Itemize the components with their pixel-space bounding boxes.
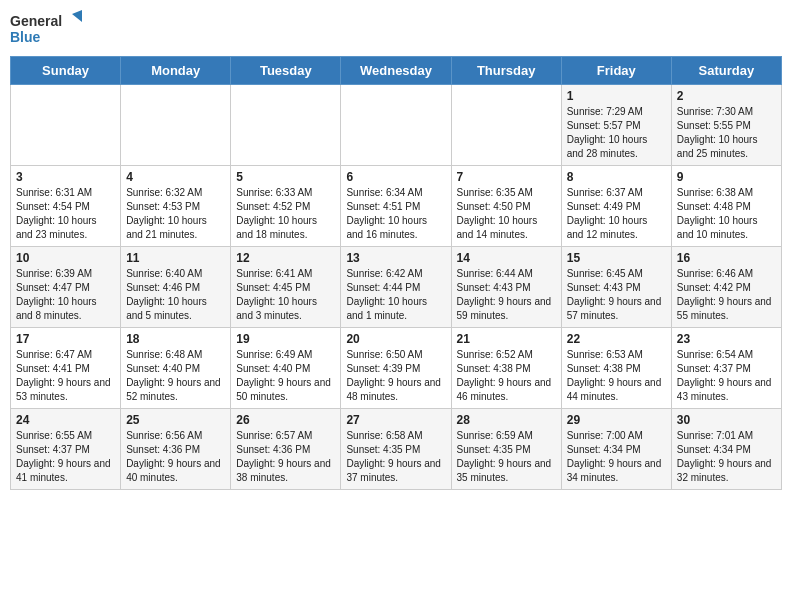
week-row-5: 24Sunrise: 6:55 AMSunset: 4:37 PMDayligh… [11, 409, 782, 490]
day-number: 19 [236, 332, 335, 346]
week-row-4: 17Sunrise: 6:47 AMSunset: 4:41 PMDayligh… [11, 328, 782, 409]
day-number: 28 [457, 413, 556, 427]
day-number: 17 [16, 332, 115, 346]
day-number: 16 [677, 251, 776, 265]
day-cell: 28Sunrise: 6:59 AMSunset: 4:35 PMDayligh… [451, 409, 561, 490]
day-detail: Sunrise: 7:00 AMSunset: 4:34 PMDaylight:… [567, 429, 666, 485]
day-number: 7 [457, 170, 556, 184]
header-day-thursday: Thursday [451, 57, 561, 85]
day-detail: Sunrise: 6:55 AMSunset: 4:37 PMDaylight:… [16, 429, 115, 485]
day-number: 2 [677, 89, 776, 103]
day-number: 5 [236, 170, 335, 184]
header-row: SundayMondayTuesdayWednesdayThursdayFrid… [11, 57, 782, 85]
day-detail: Sunrise: 6:37 AMSunset: 4:49 PMDaylight:… [567, 186, 666, 242]
day-cell: 14Sunrise: 6:44 AMSunset: 4:43 PMDayligh… [451, 247, 561, 328]
day-cell: 10Sunrise: 6:39 AMSunset: 4:47 PMDayligh… [11, 247, 121, 328]
day-cell: 22Sunrise: 6:53 AMSunset: 4:38 PMDayligh… [561, 328, 671, 409]
day-detail: Sunrise: 6:33 AMSunset: 4:52 PMDaylight:… [236, 186, 335, 242]
day-number: 21 [457, 332, 556, 346]
day-number: 9 [677, 170, 776, 184]
day-number: 8 [567, 170, 666, 184]
header-day-tuesday: Tuesday [231, 57, 341, 85]
day-detail: Sunrise: 6:54 AMSunset: 4:37 PMDaylight:… [677, 348, 776, 404]
day-cell: 12Sunrise: 6:41 AMSunset: 4:45 PMDayligh… [231, 247, 341, 328]
day-detail: Sunrise: 6:58 AMSunset: 4:35 PMDaylight:… [346, 429, 445, 485]
day-number: 25 [126, 413, 225, 427]
day-detail: Sunrise: 7:29 AMSunset: 5:57 PMDaylight:… [567, 105, 666, 161]
day-cell [121, 85, 231, 166]
day-detail: Sunrise: 7:30 AMSunset: 5:55 PMDaylight:… [677, 105, 776, 161]
day-cell: 21Sunrise: 6:52 AMSunset: 4:38 PMDayligh… [451, 328, 561, 409]
day-detail: Sunrise: 6:57 AMSunset: 4:36 PMDaylight:… [236, 429, 335, 485]
day-detail: Sunrise: 6:32 AMSunset: 4:53 PMDaylight:… [126, 186, 225, 242]
day-cell: 13Sunrise: 6:42 AMSunset: 4:44 PMDayligh… [341, 247, 451, 328]
day-detail: Sunrise: 6:50 AMSunset: 4:39 PMDaylight:… [346, 348, 445, 404]
header-day-wednesday: Wednesday [341, 57, 451, 85]
day-detail: Sunrise: 6:49 AMSunset: 4:40 PMDaylight:… [236, 348, 335, 404]
day-number: 3 [16, 170, 115, 184]
day-cell: 1Sunrise: 7:29 AMSunset: 5:57 PMDaylight… [561, 85, 671, 166]
header-day-friday: Friday [561, 57, 671, 85]
day-cell: 8Sunrise: 6:37 AMSunset: 4:49 PMDaylight… [561, 166, 671, 247]
week-row-2: 3Sunrise: 6:31 AMSunset: 4:54 PMDaylight… [11, 166, 782, 247]
day-number: 4 [126, 170, 225, 184]
day-cell: 27Sunrise: 6:58 AMSunset: 4:35 PMDayligh… [341, 409, 451, 490]
day-cell: 5Sunrise: 6:33 AMSunset: 4:52 PMDaylight… [231, 166, 341, 247]
day-detail: Sunrise: 6:31 AMSunset: 4:54 PMDaylight:… [16, 186, 115, 242]
day-number: 20 [346, 332, 445, 346]
week-row-1: 1Sunrise: 7:29 AMSunset: 5:57 PMDaylight… [11, 85, 782, 166]
week-row-3: 10Sunrise: 6:39 AMSunset: 4:47 PMDayligh… [11, 247, 782, 328]
day-number: 23 [677, 332, 776, 346]
day-cell: 26Sunrise: 6:57 AMSunset: 4:36 PMDayligh… [231, 409, 341, 490]
day-cell: 16Sunrise: 6:46 AMSunset: 4:42 PMDayligh… [671, 247, 781, 328]
day-detail: Sunrise: 6:35 AMSunset: 4:50 PMDaylight:… [457, 186, 556, 242]
day-number: 22 [567, 332, 666, 346]
day-number: 10 [16, 251, 115, 265]
day-detail: Sunrise: 6:46 AMSunset: 4:42 PMDaylight:… [677, 267, 776, 323]
day-cell: 7Sunrise: 6:35 AMSunset: 4:50 PMDaylight… [451, 166, 561, 247]
header-day-saturday: Saturday [671, 57, 781, 85]
day-number: 12 [236, 251, 335, 265]
day-number: 15 [567, 251, 666, 265]
day-cell: 3Sunrise: 6:31 AMSunset: 4:54 PMDaylight… [11, 166, 121, 247]
day-cell: 29Sunrise: 7:00 AMSunset: 4:34 PMDayligh… [561, 409, 671, 490]
day-detail: Sunrise: 6:44 AMSunset: 4:43 PMDaylight:… [457, 267, 556, 323]
day-cell: 2Sunrise: 7:30 AMSunset: 5:55 PMDaylight… [671, 85, 781, 166]
day-cell: 30Sunrise: 7:01 AMSunset: 4:34 PMDayligh… [671, 409, 781, 490]
svg-marker-2 [72, 10, 82, 22]
day-detail: Sunrise: 6:47 AMSunset: 4:41 PMDaylight:… [16, 348, 115, 404]
day-number: 29 [567, 413, 666, 427]
svg-text:General: General [10, 13, 62, 29]
svg-text:Blue: Blue [10, 29, 41, 45]
logo-svg: GeneralBlue [10, 10, 90, 48]
day-cell: 6Sunrise: 6:34 AMSunset: 4:51 PMDaylight… [341, 166, 451, 247]
day-number: 30 [677, 413, 776, 427]
day-detail: Sunrise: 6:59 AMSunset: 4:35 PMDaylight:… [457, 429, 556, 485]
day-number: 18 [126, 332, 225, 346]
day-number: 24 [16, 413, 115, 427]
day-cell [231, 85, 341, 166]
day-detail: Sunrise: 7:01 AMSunset: 4:34 PMDaylight:… [677, 429, 776, 485]
day-detail: Sunrise: 6:42 AMSunset: 4:44 PMDaylight:… [346, 267, 445, 323]
header-day-monday: Monday [121, 57, 231, 85]
day-cell: 25Sunrise: 6:56 AMSunset: 4:36 PMDayligh… [121, 409, 231, 490]
day-cell: 20Sunrise: 6:50 AMSunset: 4:39 PMDayligh… [341, 328, 451, 409]
day-cell: 17Sunrise: 6:47 AMSunset: 4:41 PMDayligh… [11, 328, 121, 409]
day-number: 26 [236, 413, 335, 427]
logo: GeneralBlue [10, 10, 90, 48]
day-number: 6 [346, 170, 445, 184]
day-number: 13 [346, 251, 445, 265]
day-detail: Sunrise: 6:34 AMSunset: 4:51 PMDaylight:… [346, 186, 445, 242]
day-cell: 11Sunrise: 6:40 AMSunset: 4:46 PMDayligh… [121, 247, 231, 328]
day-cell: 4Sunrise: 6:32 AMSunset: 4:53 PMDaylight… [121, 166, 231, 247]
day-number: 14 [457, 251, 556, 265]
day-number: 1 [567, 89, 666, 103]
day-cell [451, 85, 561, 166]
day-number: 11 [126, 251, 225, 265]
day-detail: Sunrise: 6:45 AMSunset: 4:43 PMDaylight:… [567, 267, 666, 323]
calendar-table: SundayMondayTuesdayWednesdayThursdayFrid… [10, 56, 782, 490]
day-number: 27 [346, 413, 445, 427]
day-detail: Sunrise: 6:38 AMSunset: 4:48 PMDaylight:… [677, 186, 776, 242]
day-detail: Sunrise: 6:52 AMSunset: 4:38 PMDaylight:… [457, 348, 556, 404]
day-detail: Sunrise: 6:56 AMSunset: 4:36 PMDaylight:… [126, 429, 225, 485]
